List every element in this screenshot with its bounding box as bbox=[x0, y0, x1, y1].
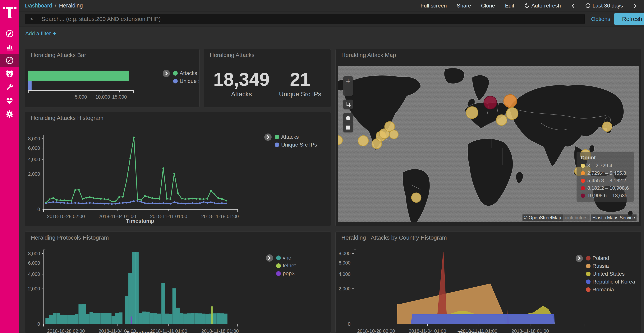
svg-text:6,000: 6,000 bbox=[28, 260, 40, 266]
map-legend-swatch bbox=[581, 179, 585, 183]
attack-bubble[interactable] bbox=[504, 95, 517, 108]
legend-swatch bbox=[586, 287, 590, 292]
legend-item[interactable]: United States bbox=[586, 271, 635, 277]
time-range-picker[interactable]: Last 30 days bbox=[585, 3, 623, 9]
svg-text:0: 0 bbox=[348, 321, 350, 327]
refresh-button[interactable]: Refresh bbox=[614, 13, 644, 25]
map-legend-item[interactable]: 10,908.6 – 13,635 bbox=[581, 193, 629, 199]
sidebar-item-timelion[interactable] bbox=[0, 67, 19, 81]
zoom-out-button[interactable]: − bbox=[343, 86, 353, 96]
legend-item[interactable]: Russia bbox=[586, 263, 635, 269]
zoom-in-button[interactable]: + bbox=[343, 76, 353, 86]
legend-label: Republic of Korea bbox=[592, 279, 635, 285]
clone-button[interactable]: Clone bbox=[481, 3, 495, 9]
elastic-maps-link[interactable]: Elastic Maps Service bbox=[591, 214, 636, 221]
map-legend-label: 10,908.6 – 13,635 bbox=[587, 193, 628, 199]
share-button[interactable]: Share bbox=[457, 3, 471, 9]
legend-label: United States bbox=[592, 271, 625, 277]
legend-item[interactable]: Unique Src IPs bbox=[173, 78, 200, 84]
attack-bubble[interactable] bbox=[496, 115, 507, 125]
map-legend-label: 5,455.8 – 8,182.2 bbox=[587, 178, 626, 184]
openstreetmap-link[interactable]: © OpenStreetMap bbox=[522, 214, 563, 221]
attack-bubble[interactable] bbox=[358, 136, 368, 146]
time-forward-button[interactable] bbox=[633, 3, 638, 9]
svg-text:8,000: 8,000 bbox=[28, 251, 40, 256]
search-input[interactable] bbox=[41, 16, 584, 23]
map-legend-item[interactable]: 3 – 2,729.4 bbox=[581, 163, 629, 169]
legend-label: Unique Src IPs bbox=[281, 142, 317, 148]
legend-item[interactable]: Poland bbox=[586, 255, 635, 261]
panel-title[interactable]: Heralding Attacks bbox=[210, 52, 254, 58]
t-mobile-logo[interactable] bbox=[3, 4, 16, 20]
options-link[interactable]: Options bbox=[591, 12, 610, 26]
legend-item[interactable]: Unique Src IPs bbox=[275, 142, 317, 148]
legend-swatch bbox=[586, 279, 590, 284]
sidebar-item-discover[interactable] bbox=[0, 27, 19, 40]
legend-item[interactable]: Attacks bbox=[275, 134, 317, 140]
draw-rectangle-button[interactable] bbox=[343, 123, 353, 132]
legend-toggle-arrow-icon[interactable] bbox=[163, 70, 170, 77]
x-axis-title: Timestamp bbox=[111, 330, 169, 333]
legend-item[interactable]: telnet bbox=[276, 263, 296, 269]
gear-icon bbox=[5, 110, 14, 119]
attack-bubble[interactable] bbox=[602, 122, 612, 131]
svg-text:10,000: 10,000 bbox=[96, 94, 110, 100]
add-filter-button[interactable]: Add a filter+ bbox=[25, 30, 56, 37]
breadcrumb-dashboard-link[interactable]: Dashboard bbox=[25, 3, 52, 9]
legend-swatch bbox=[275, 143, 279, 147]
country-histogram-legend: PolandRussiaUnited StatesRepublic of Kor… bbox=[576, 255, 635, 293]
legend-item[interactable]: Attacks bbox=[173, 70, 200, 76]
legend-label: Attacks bbox=[180, 70, 197, 76]
breadcrumb-separator: / bbox=[55, 3, 56, 9]
legend-swatch bbox=[276, 263, 281, 268]
sidebar-item-visualize[interactable] bbox=[0, 40, 19, 54]
x-axis-title: Timestamp bbox=[443, 330, 500, 333]
legend-label: Romania bbox=[592, 286, 614, 293]
svg-text:8,000: 8,000 bbox=[28, 136, 40, 141]
legend-swatch bbox=[275, 135, 279, 139]
legend-toggle-arrow-icon[interactable] bbox=[576, 255, 583, 262]
fit-data-button[interactable] bbox=[343, 100, 353, 109]
panel-attacks-histogram: Heralding Attacks Histogram 2018-10-28 0… bbox=[25, 112, 331, 226]
map-count-legend: Count 3 – 2,729.42,729.4 – 5,455.85,455.… bbox=[576, 152, 634, 202]
sidebar-item-monitoring[interactable] bbox=[0, 94, 19, 107]
world-map[interactable]: + − bbox=[338, 66, 639, 222]
panel-title[interactable]: Heralding Attack Map bbox=[341, 52, 396, 58]
protocols-histogram-legend: vnctelnetpop3 bbox=[266, 254, 296, 277]
attack-bubble[interactable] bbox=[466, 107, 478, 119]
query-prompt-icon: >_ bbox=[25, 16, 41, 22]
map-legend-item[interactable]: 2,729.4 – 5,455.8 bbox=[581, 170, 629, 176]
sidebar-item-management[interactable] bbox=[0, 107, 19, 121]
metric-label: Attacks bbox=[213, 91, 270, 98]
legend-swatch bbox=[276, 271, 281, 276]
compass-icon bbox=[5, 29, 14, 38]
clock-icon bbox=[585, 3, 590, 8]
legend-item[interactable]: pop3 bbox=[276, 270, 296, 277]
square-icon bbox=[345, 125, 351, 130]
map-legend-item[interactable]: 8,182.2 – 10,908.6 bbox=[581, 185, 629, 191]
map-legend-item[interactable]: 5,455.8 – 8,182.2 bbox=[581, 178, 629, 184]
svg-text:2018-11-18 01:00: 2018-11-18 01:00 bbox=[511, 328, 549, 333]
attack-bubble[interactable] bbox=[484, 96, 497, 109]
full-screen-button[interactable]: Full screen bbox=[420, 3, 447, 9]
attack-bubble[interactable] bbox=[412, 193, 421, 202]
attack-bubble[interactable] bbox=[390, 130, 398, 139]
time-back-button[interactable] bbox=[571, 3, 576, 9]
draw-polygon-button[interactable] bbox=[343, 113, 353, 123]
map-attribution: © OpenStreetMapcontributors, Elastic Map… bbox=[522, 215, 636, 220]
legend-item[interactable]: Republic of Korea bbox=[586, 279, 635, 285]
svg-text:5,000: 5,000 bbox=[75, 94, 87, 100]
auto-refresh-button[interactable]: Auto-refresh bbox=[524, 3, 561, 9]
sidebar-item-dashboard[interactable] bbox=[0, 54, 19, 67]
legend-toggle-arrow-icon[interactable] bbox=[266, 254, 273, 262]
svg-text:15,000: 15,000 bbox=[112, 94, 127, 100]
sidebar-item-dev-tools[interactable] bbox=[0, 81, 19, 94]
attack-bubble[interactable] bbox=[506, 108, 518, 120]
legend-swatch bbox=[276, 255, 281, 260]
legend-toggle-arrow-icon[interactable] bbox=[264, 134, 272, 141]
legend-item[interactable]: Romania bbox=[586, 286, 635, 293]
metric-label: Unique Src IPs bbox=[279, 91, 321, 98]
legend-item[interactable]: vnc bbox=[276, 255, 296, 261]
edit-button[interactable]: Edit bbox=[505, 3, 514, 9]
svg-text:0: 0 bbox=[38, 321, 40, 327]
